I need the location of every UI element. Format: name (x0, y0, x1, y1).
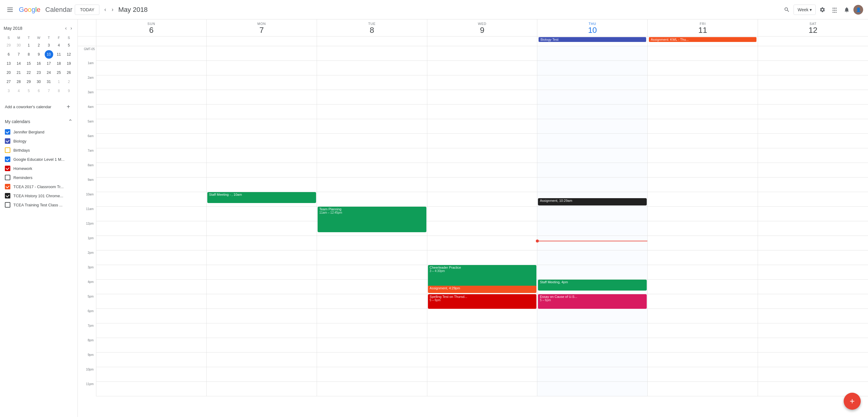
mini-day[interactable]: 13 (5, 59, 13, 68)
mini-day[interactable]: 9 (65, 87, 73, 95)
calendar-item-jennifer[interactable]: Jennifer Bergland (0, 127, 75, 137)
calendar-checkbox[interactable] (5, 138, 10, 144)
mini-day[interactable]: 19 (65, 59, 73, 68)
mini-day[interactable]: 14 (14, 59, 23, 68)
calendar-item-educator[interactable]: Google Educator Level 1 M... (0, 155, 75, 164)
mini-day[interactable]: 1 (55, 78, 63, 86)
hour-line (537, 265, 647, 279)
mini-day[interactable]: 26 (65, 68, 73, 77)
hour-line (758, 236, 868, 250)
mini-day[interactable]: 6 (5, 50, 13, 59)
mini-day[interactable]: 3 (5, 87, 13, 95)
mini-day[interactable]: 25 (55, 68, 63, 77)
calendar-checkbox[interactable] (5, 147, 10, 153)
mini-day[interactable]: 21 (14, 68, 23, 77)
time-label: 4pm (88, 280, 94, 284)
search-button[interactable] (781, 4, 792, 15)
mini-day[interactable]: 15 (25, 59, 33, 68)
today-button[interactable]: TODAY (75, 5, 99, 15)
mini-day[interactable]: 11 (55, 50, 63, 59)
mini-day[interactable]: 3 (45, 41, 53, 50)
calendar-event[interactable]: Assignment, 4:29pm (428, 286, 537, 293)
next-period-button[interactable]: › (109, 4, 116, 15)
mini-day[interactable]: 6 (35, 87, 43, 95)
calendar-item-biology[interactable]: Biology (0, 137, 75, 146)
mini-day[interactable]: 8 (55, 87, 63, 95)
mini-day[interactable]: 17 (45, 59, 53, 68)
add-coworker-calendar[interactable]: Add a coworker's calendar + (0, 100, 75, 113)
mini-day[interactable]: 2 (35, 41, 43, 50)
mini-day[interactable]: 30 (35, 78, 43, 86)
mini-day[interactable]: 7 (14, 50, 23, 59)
calendar-event[interactable]: Team Planning11am – 12:45pm (318, 207, 426, 232)
apps-button[interactable] (829, 4, 840, 15)
calendar-checkbox[interactable] (5, 184, 10, 189)
mini-day[interactable]: 4 (55, 41, 63, 50)
calendar-checkbox[interactable] (5, 166, 10, 171)
calendar-checkbox[interactable] (5, 156, 10, 162)
mini-day[interactable]: 24 (45, 68, 53, 77)
mini-day[interactable]: 30 (14, 41, 23, 50)
calendar-checkbox[interactable] (5, 202, 10, 208)
calendar-item-birthdays[interactable]: Birthdays (0, 146, 75, 155)
calendar-event[interactable]: Essay on Cause of U.S...5 – 6pm (538, 294, 647, 309)
menu-button[interactable] (5, 5, 15, 15)
mini-day[interactable]: 2 (65, 78, 73, 86)
hour-line (427, 309, 537, 323)
view-selector[interactable]: Week ▾ (794, 5, 816, 15)
mini-day[interactable]: 29 (25, 78, 33, 86)
mini-day[interactable]: 5 (25, 87, 33, 95)
calendar-item-tcea2017[interactable]: TCEA 2017 - Classroom Tr... (0, 182, 75, 191)
calendar-checkbox[interactable] (5, 175, 10, 180)
hour-line (207, 134, 317, 148)
mini-day[interactable]: 5 (65, 41, 73, 50)
mini-day[interactable]: 4 (14, 87, 23, 95)
prev-period-button[interactable]: ‹ (102, 4, 108, 15)
time-label: 3pm (88, 266, 94, 269)
mini-day[interactable]: 18 (55, 59, 63, 68)
calendar-checkbox[interactable] (5, 193, 10, 199)
calendar-event[interactable]: Spelling Test on Thursd...5 – 6pm (428, 294, 537, 309)
calendar-event[interactable]: Assignment, 10:29am (538, 198, 647, 205)
calendar-item-tcea-history[interactable]: TCEA History 101 Chrome... (0, 191, 75, 200)
mini-day[interactable]: 31 (45, 78, 53, 86)
mini-prev-button[interactable]: ‹ (63, 24, 68, 32)
calendar-event[interactable]: Staff Meeting, 4pm (538, 279, 647, 291)
mini-day-today[interactable]: 10 (45, 50, 53, 59)
mini-day[interactable]: 7 (45, 87, 53, 95)
calendar-label: Google Educator Level 1 M... (13, 157, 64, 162)
mini-day[interactable]: 9 (35, 50, 43, 59)
calendar-checkbox[interactable] (5, 129, 10, 135)
mini-day[interactable]: 23 (35, 68, 43, 77)
mini-day[interactable]: 27 (5, 78, 13, 86)
hour-line (96, 353, 206, 367)
collapse-icon: ⌃ (68, 118, 73, 125)
my-calendars-header[interactable]: My calendars ⌃ (0, 116, 78, 127)
settings-button[interactable] (817, 4, 828, 15)
calendar-item-homework[interactable]: Homework (0, 164, 75, 173)
hour-line (648, 279, 758, 294)
mini-day[interactable]: 8 (25, 50, 33, 59)
avatar[interactable]: 👤 (854, 5, 863, 14)
calendar-item-reminders[interactable]: Reminders (0, 173, 75, 182)
hour-line (758, 367, 868, 382)
mini-day[interactable]: 28 (14, 78, 23, 86)
mini-next-button[interactable]: › (69, 24, 74, 32)
mini-day[interactable]: 16 (35, 59, 43, 68)
time-label: 5pm (88, 295, 94, 298)
mini-day[interactable]: 1 (25, 41, 33, 50)
calendar-event[interactable]: Staff Meeting - , 10am (207, 192, 316, 203)
allday-event-biology-test[interactable]: Biology Test (538, 37, 646, 42)
notifications-button[interactable] (841, 4, 852, 15)
mini-day[interactable]: 22 (25, 68, 33, 77)
calendar-event[interactable]: Cheerleader Practice3 – 4:30pm (428, 265, 537, 287)
time-slot: 9am (78, 178, 96, 192)
mini-day[interactable]: 20 (5, 68, 13, 77)
calendar-item-tcea-training[interactable]: TCEA Training Test Class ... (0, 200, 75, 209)
create-event-fab[interactable]: + (844, 393, 861, 410)
mini-day[interactable]: 29 (5, 41, 13, 50)
hour-line (427, 338, 537, 353)
mini-day[interactable]: 12 (65, 50, 73, 59)
allday-event-assignment-kwl[interactable]: Assignment: KWL - Thu... (649, 37, 756, 42)
time-grid-container[interactable]: 1am2am3am4am5am6am7am8am9am10am11am12pm1… (78, 46, 868, 417)
